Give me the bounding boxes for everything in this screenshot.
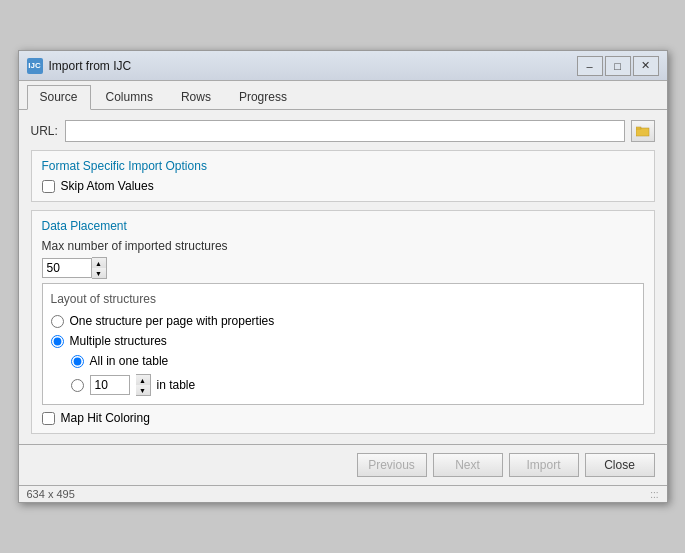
tab-source[interactable]: Source [27, 85, 91, 110]
browse-button[interactable] [631, 120, 655, 142]
all-in-one-label: All in one table [90, 354, 169, 368]
n-in-table-radio[interactable] [71, 379, 84, 392]
n-spin-down[interactable]: ▼ [136, 385, 150, 395]
main-content: URL: Format Specific Import Options Skip… [19, 110, 667, 444]
max-spinner-container: ▲ ▼ [42, 257, 644, 279]
multiple-structures-row: Multiple structures [51, 334, 635, 348]
window-controls: – □ ✕ [577, 56, 659, 76]
skip-atom-label: Skip Atom Values [61, 179, 154, 193]
map-hit-label: Map Hit Coloring [61, 411, 150, 425]
footer-buttons: Previous Next Import Close [19, 444, 667, 485]
layout-title: Layout of structures [51, 292, 635, 306]
n-in-table-input[interactable] [90, 375, 130, 395]
import-button[interactable]: Import [509, 453, 579, 477]
previous-button[interactable]: Previous [357, 453, 427, 477]
max-spin-up[interactable]: ▲ [92, 258, 106, 268]
data-placement-title: Data Placement [42, 219, 644, 233]
layout-box: Layout of structures One structure per p… [42, 283, 644, 405]
dimensions-label: 634 x 495 [27, 488, 75, 500]
max-value-input[interactable] [42, 258, 92, 278]
one-structure-label: One structure per page with properties [70, 314, 275, 328]
tab-progress[interactable]: Progress [226, 85, 300, 109]
tab-bar: Source Columns Rows Progress [19, 81, 667, 110]
max-structures-label: Max number of imported structures [42, 239, 644, 253]
maximize-button[interactable]: □ [605, 56, 631, 76]
sub-radio-group: All in one table ▲ ▼ in table [51, 354, 635, 396]
main-window: IJC Import from IJC – □ ✕ Source Columns… [18, 50, 668, 503]
svg-rect-1 [636, 127, 641, 129]
window-title: Import from IJC [49, 59, 577, 73]
data-placement-section: Data Placement Max number of imported st… [31, 210, 655, 434]
folder-icon [636, 125, 650, 137]
url-row: URL: [31, 120, 655, 142]
title-bar: IJC Import from IJC – □ ✕ [19, 51, 667, 81]
multiple-structures-radio[interactable] [51, 335, 64, 348]
url-input[interactable] [65, 120, 625, 142]
minimize-button[interactable]: – [577, 56, 603, 76]
status-bar: 634 x 495 ::: [19, 485, 667, 502]
map-hit-row: Map Hit Coloring [42, 411, 644, 425]
multiple-structures-label: Multiple structures [70, 334, 167, 348]
app-icon: IJC [27, 58, 43, 74]
n-spin-up[interactable]: ▲ [136, 375, 150, 385]
n-in-table-row: ▲ ▼ in table [71, 374, 635, 396]
in-table-label: in table [157, 378, 196, 392]
max-spinner-buttons: ▲ ▼ [92, 257, 107, 279]
resize-grip: ::: [650, 489, 658, 500]
close-window-button[interactable]: ✕ [633, 56, 659, 76]
next-button[interactable]: Next [433, 453, 503, 477]
max-spin-down[interactable]: ▼ [92, 268, 106, 278]
tab-columns[interactable]: Columns [93, 85, 166, 109]
all-in-one-radio[interactable] [71, 355, 84, 368]
close-button[interactable]: Close [585, 453, 655, 477]
format-section-title: Format Specific Import Options [42, 159, 644, 173]
n-in-table-spinner-buttons: ▲ ▼ [136, 374, 151, 396]
url-label: URL: [31, 124, 59, 138]
one-structure-radio[interactable] [51, 315, 64, 328]
skip-atom-checkbox[interactable] [42, 180, 55, 193]
skip-atom-row: Skip Atom Values [42, 179, 644, 193]
tab-rows[interactable]: Rows [168, 85, 224, 109]
format-section: Format Specific Import Options Skip Atom… [31, 150, 655, 202]
all-in-one-row: All in one table [71, 354, 635, 368]
one-structure-row: One structure per page with properties [51, 314, 635, 328]
map-hit-checkbox[interactable] [42, 412, 55, 425]
